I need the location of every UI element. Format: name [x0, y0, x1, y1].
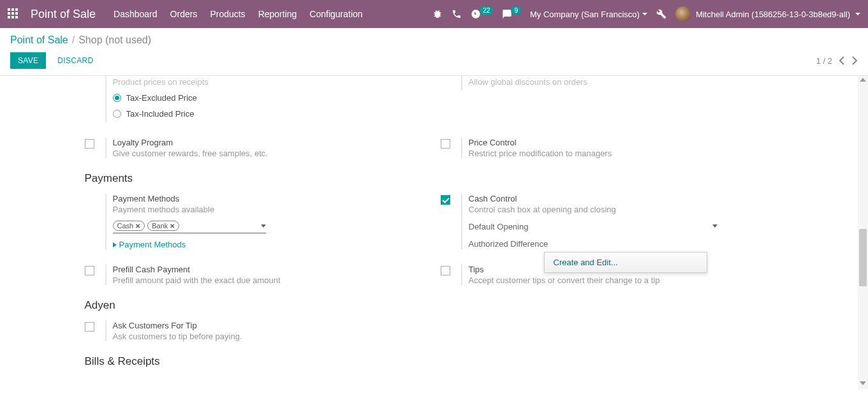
ask-tip-desc: Ask customers to tip before paying.: [113, 332, 418, 341]
nav-configuration[interactable]: Configuration: [309, 9, 362, 19]
chevron-down-icon: [712, 224, 717, 228]
user-menu[interactable]: Mitchell Admin (1586256-13-0-3b8ed9-all): [675, 6, 860, 22]
pager: 1 / 2: [816, 55, 858, 66]
breadcrumb: Point of Sale / Shop (not used): [0, 28, 868, 48]
payment-methods-link[interactable]: Payment Methods: [113, 240, 418, 249]
scroll-down-icon[interactable]: [860, 381, 866, 388]
radio-label: Tax-Excluded Price: [126, 93, 197, 103]
checkbox-tips[interactable]: [441, 266, 450, 275]
breadcrumb-root[interactable]: Point of Sale: [10, 34, 68, 46]
tag-label: Cash: [117, 222, 134, 230]
product-prices-desc: Product prices on receipts: [113, 77, 418, 87]
create-edit-popup: Create and Edit...: [544, 252, 707, 273]
default-opening-dropdown[interactable]: [564, 224, 717, 230]
scroll-up-icon[interactable]: [860, 78, 866, 84]
checkbox-ask-tip[interactable]: [85, 322, 94, 332]
tag-remove-icon[interactable]: ✕: [170, 223, 175, 230]
setting-prefill-cash: Prefill Cash Payment Prefill amount paid…: [85, 260, 418, 290]
scroll-thumb[interactable]: [859, 229, 867, 286]
user-name: Mitchell Admin (1586256-13-0-3b8ed9-all): [696, 10, 850, 19]
chevron-down-icon: [855, 13, 860, 15]
checkbox-loyalty[interactable]: [85, 139, 94, 149]
apps-icon[interactable]: [8, 8, 19, 20]
action-bar: SAVE DISCARD 1 / 2: [0, 48, 868, 76]
prefill-title: Prefill Cash Payment: [113, 265, 418, 274]
price-control-title: Price Control: [469, 138, 774, 147]
authorized-difference-label: Authorized Difference: [469, 239, 564, 249]
radio-icon: [113, 110, 121, 118]
default-opening-label: Default Opening: [469, 222, 564, 231]
loyalty-desc: Give customer rewards, free samples, etc…: [113, 149, 418, 158]
checkbox-price-control[interactable]: [441, 139, 450, 149]
save-button[interactable]: SAVE: [10, 52, 46, 69]
setting-loyalty: Loyalty Program Give customer rewards, f…: [85, 133, 418, 163]
checkbox-cash-control[interactable]: [441, 195, 450, 205]
link-label: Payment Methods: [119, 240, 186, 249]
global-discounts-desc: Allow global discounts on orders: [469, 77, 774, 87]
chat-badge[interactable]: 9: [502, 9, 521, 19]
phone-icon[interactable]: [452, 9, 462, 19]
setting-payment-methods: Payment Methods Payment methods availabl…: [85, 189, 418, 254]
app-brand[interactable]: Point of Sale: [31, 8, 96, 21]
tips-desc: Accept customer tips or convert their ch…: [469, 275, 774, 285]
nav-products[interactable]: Products: [210, 9, 245, 19]
pager-next[interactable]: [851, 55, 858, 66]
pager-text[interactable]: 1 / 2: [816, 56, 832, 66]
section-adyen: Adyen: [85, 299, 774, 312]
nav-menu: Dashboard Orders Products Reporting Conf…: [114, 9, 363, 19]
tag-remove-icon[interactable]: ✕: [135, 223, 140, 230]
field-authorized-difference: Authorized Difference Create and Edit...: [469, 239, 774, 249]
checkbox-prefill-cash[interactable]: [85, 266, 94, 275]
arrow-right-icon: [113, 242, 117, 247]
ask-tip-title: Ask Customers For Tip: [113, 321, 418, 330]
prefill-desc: Prefill amount paid with the exact due a…: [113, 275, 418, 285]
avatar: [675, 6, 691, 22]
section-bills-receipts: Bills & Receipts: [85, 355, 774, 368]
cash-control-desc: Control cash box at opening and closing: [469, 205, 774, 214]
price-control-desc: Restrict price modification to managers: [469, 149, 774, 158]
company-name: My Company (San Francisco): [530, 10, 640, 19]
chevron-down-icon: [642, 13, 647, 15]
payment-methods-field[interactable]: Cash✕ Bank✕: [113, 221, 266, 233]
chevron-down-icon[interactable]: [261, 224, 266, 228]
radio-icon: [113, 94, 121, 102]
radio-label: Tax-Included Price: [126, 109, 195, 119]
clock-badge[interactable]: 22: [471, 9, 493, 19]
setting-cash-control: Cash Control Control cash box at opening…: [441, 189, 774, 254]
bug-icon[interactable]: [432, 9, 443, 19]
vertical-scrollbar[interactable]: [858, 76, 868, 390]
discard-button[interactable]: DISCARD: [50, 52, 101, 69]
setting-price-control: Price Control Restrict price modificatio…: [441, 133, 774, 163]
breadcrumb-current: Shop (not used): [78, 34, 151, 46]
nav-right: 22 9 My Company (San Francisco) Mitchell…: [432, 6, 860, 22]
nav-orders[interactable]: Orders: [170, 9, 198, 19]
section-payments: Payments: [85, 172, 774, 185]
breadcrumb-sep: /: [72, 34, 75, 46]
nav-reporting[interactable]: Reporting: [258, 9, 297, 19]
tag-cash: Cash✕: [113, 221, 145, 231]
payment-methods-title: Payment Methods: [113, 194, 418, 203]
tag-label: Bank: [152, 222, 168, 230]
setting-ask-tip: Ask Customers For Tip Ask customers to t…: [85, 316, 418, 346]
cash-control-title: Cash Control: [469, 194, 774, 203]
field-default-opening: Default Opening: [469, 222, 774, 231]
content-area: Product prices on receipts Tax-Excluded …: [0, 76, 868, 390]
top-navbar: Point of Sale Dashboard Orders Products …: [0, 0, 868, 28]
payment-methods-desc: Payment methods available: [113, 205, 418, 214]
loyalty-title: Loyalty Program: [113, 138, 418, 147]
clock-badge-count: 22: [480, 6, 493, 15]
create-and-edit-option[interactable]: Create and Edit...: [545, 253, 707, 272]
tag-bank: Bank✕: [147, 221, 179, 231]
nav-dashboard[interactable]: Dashboard: [114, 9, 158, 19]
wrench-icon[interactable]: [656, 9, 666, 19]
company-switcher[interactable]: My Company (San Francisco): [530, 10, 647, 19]
radio-tax-included[interactable]: Tax-Included Price: [113, 109, 418, 119]
pager-prev[interactable]: [839, 55, 845, 66]
radio-tax-excluded[interactable]: Tax-Excluded Price: [113, 93, 418, 103]
chat-badge-count: 9: [511, 6, 521, 15]
